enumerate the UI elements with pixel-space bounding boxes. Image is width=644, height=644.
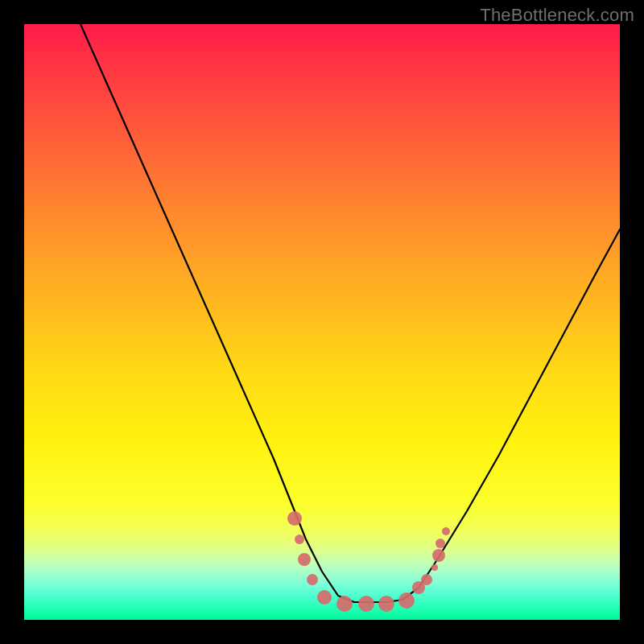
data-point	[287, 511, 302, 526]
data-point	[398, 592, 415, 609]
data-point	[378, 596, 394, 612]
bottleneck-curve	[80, 24, 620, 602]
data-point	[436, 539, 445, 548]
data-points	[287, 511, 450, 612]
data-point	[358, 596, 374, 612]
data-point	[317, 590, 332, 605]
data-point	[432, 549, 445, 562]
data-point	[421, 574, 432, 585]
curve-path	[80, 24, 620, 602]
plot-area	[24, 24, 620, 620]
data-point	[431, 564, 438, 571]
data-point	[336, 596, 353, 612]
data-point	[442, 527, 450, 535]
chart-frame: TheBottleneck.com	[0, 0, 644, 644]
data-point	[295, 535, 304, 544]
data-point	[307, 574, 318, 585]
chart-svg	[24, 24, 620, 620]
watermark-text: TheBottleneck.com	[480, 5, 634, 26]
data-point	[298, 553, 311, 566]
